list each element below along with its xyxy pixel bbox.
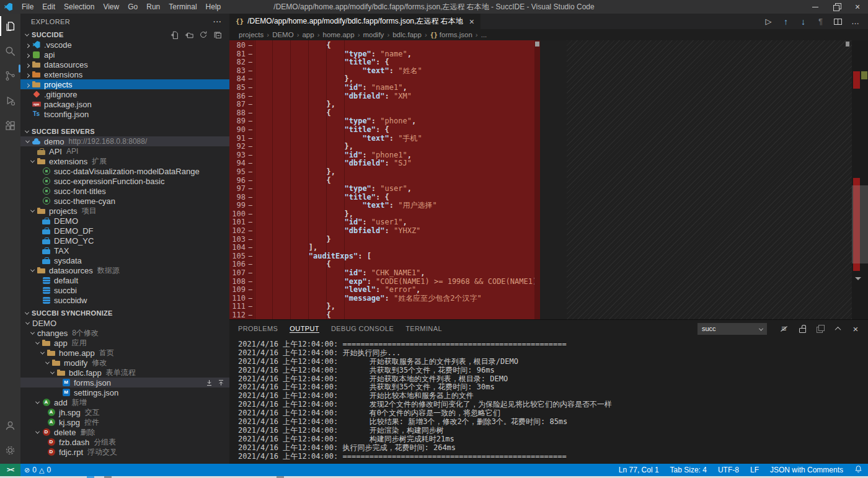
tree-item-demo-df[interactable]: DEMO_DF [20, 226, 229, 236]
code-line[interactable]: 85− "id": "name1", [229, 84, 534, 92]
breadcrumb-item-forms-json[interactable]: {}forms.json [430, 31, 472, 38]
code-line[interactable]: 99− "text": "用户选择" [229, 201, 534, 210]
tree-item-settings-json[interactable]: settings.json [20, 387, 229, 397]
menu-go[interactable]: Go [123, 2, 142, 11]
tree-item-kj-spg[interactable]: kj.spg控件 [20, 417, 229, 427]
tree-item-home-app[interactable]: home.app首页 [20, 348, 229, 358]
account-button[interactable] [0, 413, 20, 438]
problems-status[interactable]: ⊘ 0 △ 0 [20, 464, 55, 476]
code-line[interactable]: 97− "type": "user", [229, 185, 534, 193]
code-line[interactable]: 105− "auditExps": [ [229, 252, 534, 261]
code-line[interactable]: 88− { [229, 109, 534, 118]
code-line[interactable]: 86− "dbfield": "XM" [229, 92, 534, 101]
more-actions-icon[interactable]: ··· [213, 18, 222, 25]
minimize-button[interactable] [805, 0, 826, 14]
menu-help[interactable]: Help [202, 2, 226, 11]
code-line[interactable]: 80− { [229, 42, 534, 50]
maximize-panel-icon[interactable] [833, 324, 843, 334]
code-line[interactable]: 96− { [229, 177, 534, 185]
section-header-succide[interactable]: SUCCIDE [20, 30, 229, 40]
unlock-icon[interactable] [797, 324, 807, 334]
tree-item-projects[interactable]: projects [20, 79, 229, 89]
chevron-right-icon[interactable] [23, 60, 32, 69]
menu-selection[interactable]: Selection [60, 2, 99, 11]
chevron-right-icon[interactable] [23, 79, 32, 89]
tree-item-fdjc-rpt[interactable]: fdjc.rpt浮动交叉 [20, 447, 229, 457]
run-icon[interactable]: ▷ [764, 17, 773, 26]
upload-icon[interactable] [218, 379, 224, 386]
code-line[interactable]: 93− "id": "phone1", [229, 151, 534, 160]
activity-explorer[interactable] [0, 14, 20, 38]
code-line[interactable]: 83− "text": "姓名" [229, 67, 534, 76]
chevron-down-icon[interactable] [28, 206, 37, 216]
ruler-viewport-mark[interactable] [852, 185, 868, 263]
code-line[interactable]: 106− { [229, 260, 534, 269]
tree-item-demo-yc[interactable]: DEMO_YC [20, 236, 229, 246]
code-line[interactable]: 92− }, [229, 143, 534, 151]
tree-item-modify[interactable]: modify修改 [20, 358, 229, 368]
panel-tab-terminal[interactable]: TERMINAL [405, 325, 442, 333]
breadcrumb-item-app[interactable]: app [302, 31, 314, 38]
tree-item-forms-json[interactable]: forms.json [20, 378, 229, 387]
menu-run[interactable]: Run [142, 2, 164, 11]
chevron-down-icon[interactable] [23, 136, 32, 146]
chevron-down-icon[interactable] [23, 318, 32, 328]
panel-tab-debug-console[interactable]: DEBUG CONSOLE [331, 325, 394, 333]
tree-item-default[interactable]: default [20, 275, 229, 285]
download-icon[interactable] [206, 379, 213, 386]
tree-item-extensions[interactable]: extensions扩展 [20, 156, 229, 166]
code-line[interactable]: 81− "type": "name", [229, 50, 534, 59]
tree-item-succbidw[interactable]: succbidw [20, 295, 229, 305]
tree-item-api[interactable]: APIAPI [20, 146, 229, 156]
code-area[interactable]: 80− {81− "type": "name",82− "title": {83… [229, 40, 534, 319]
restore-button[interactable] [826, 0, 847, 14]
chevron-down-icon[interactable] [43, 358, 51, 368]
activity-source-control[interactable] [0, 63, 20, 88]
overview-ruler[interactable] [852, 40, 868, 319]
status-utf-8[interactable]: UTF-8 [712, 464, 745, 476]
tree-item-extensions[interactable]: extensions [20, 69, 229, 79]
remote-indicator[interactable]: >< [0, 464, 20, 476]
tree-item-app[interactable]: app应用 [20, 338, 229, 348]
tree-item-jh-spg[interactable]: jh.spg交互 [20, 407, 229, 417]
chevron-down-icon[interactable] [38, 348, 46, 358]
breadcrumb-item-projects[interactable]: projects [239, 31, 264, 38]
menu-edit[interactable]: Edit [38, 2, 60, 11]
code-line[interactable]: 103− } [229, 236, 534, 244]
refresh-icon[interactable] [199, 30, 208, 39]
tree-item-tsconfig-json[interactable]: tsconfig.json [20, 109, 229, 119]
tree-item-vscode[interactable]: .vscode [20, 40, 229, 50]
breadcrumb-item-demo[interactable]: DEMO [272, 31, 294, 38]
code-line[interactable]: 110− "message": "姓名应至少包含2个汉字" [229, 294, 534, 303]
tree-item-bdlc-fapp[interactable]: bdlc.fapp表单流程 [20, 368, 229, 378]
tree-item-add[interactable]: add新增 [20, 397, 229, 407]
activity-run-debug[interactable] [0, 88, 20, 113]
chevron-down-icon[interactable] [28, 265, 37, 275]
code-line[interactable]: 109− "level": "error", [229, 286, 534, 294]
tree-item-succbi[interactable]: succbi [20, 285, 229, 295]
menu-terminal[interactable]: Terminal [164, 2, 201, 11]
move-down-icon[interactable]: ↓ [799, 17, 807, 27]
code-line[interactable]: 82− "title": { [229, 58, 534, 67]
tree-item-api[interactable]: api [20, 50, 229, 60]
tab-forms-json[interactable]: {} /DEMO/app/home.app/modify/bdlc.fapp/f… [229, 14, 480, 29]
split-editor-icon[interactable] [834, 19, 842, 25]
tree-item-demo[interactable]: DEMO [20, 318, 229, 328]
status-lf[interactable]: LF [745, 464, 764, 476]
tree-item-datasources[interactable]: datasources [20, 60, 229, 69]
open-in-window-icon[interactable] [815, 324, 825, 334]
tree-item-fzb-dash[interactable]: fzb.dash分组表 [20, 437, 229, 447]
close-panel-icon[interactable] [851, 324, 861, 334]
move-up-icon[interactable]: ↑ [782, 17, 790, 27]
chevron-down-icon[interactable] [33, 427, 42, 437]
panel-tab-problems[interactable]: PROBLEMS [238, 325, 278, 333]
new-file-icon[interactable] [170, 30, 179, 39]
section-header-sync[interactable]: SUCCBI SYNCHRONIZE [20, 308, 229, 318]
notifications-button[interactable] [849, 464, 868, 476]
status-ln-77-col-1[interactable]: Ln 77, Col 1 [613, 464, 665, 476]
chevron-down-icon[interactable] [28, 328, 37, 338]
clear-output-icon[interactable] [779, 324, 789, 334]
status-json-with-comments[interactable]: JSON with Comments [764, 464, 849, 476]
tree-item-succ-theme-cyan[interactable]: succ-theme-cyan [20, 196, 229, 206]
code-line[interactable]: 94− "dbfield": "SJ" [229, 159, 534, 168]
